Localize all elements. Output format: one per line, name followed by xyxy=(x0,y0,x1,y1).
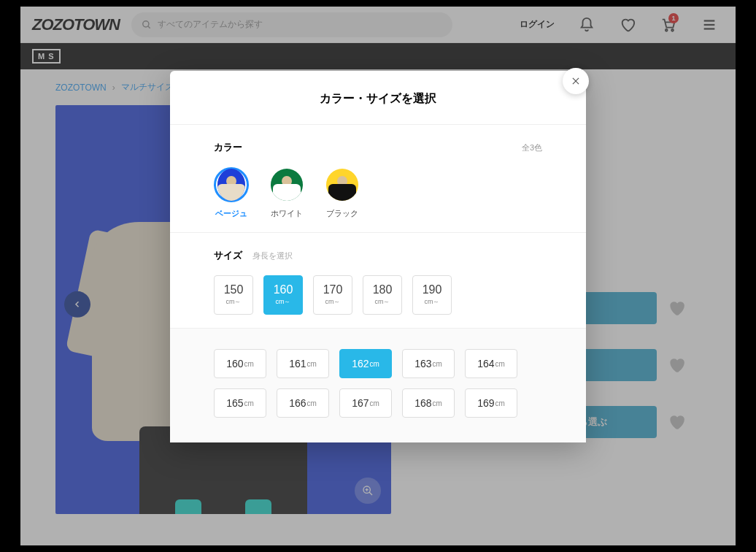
size-option-164[interactable]: 164cm xyxy=(465,349,517,378)
size-option-167[interactable]: 167cm xyxy=(339,388,392,418)
modal-title: カラー・サイズを選択 xyxy=(170,71,586,125)
close-icon xyxy=(571,76,581,86)
size-section-label: サイズ xyxy=(214,249,242,262)
color-option-label: ブラック xyxy=(326,208,358,219)
color-option-white[interactable]: ホワイト xyxy=(269,167,304,219)
height-range-160[interactable]: 160cm～ xyxy=(263,275,303,315)
device-frame: ZOZOTOWN すべてのアイテムから探す ログイン 1 M S ZOZOTOW… xyxy=(0,0,756,552)
size-option-165[interactable]: 165cm xyxy=(214,388,266,418)
color-section-label: カラー xyxy=(214,141,242,154)
height-range-170[interactable]: 170cm～ xyxy=(313,275,352,315)
height-range-190[interactable]: 190cm～ xyxy=(412,275,452,315)
color-option-black[interactable]: ブラック xyxy=(325,167,360,219)
size-option-162[interactable]: 162cm xyxy=(339,349,392,378)
size-option-169[interactable]: 169cm xyxy=(465,388,517,418)
color-count-label: 全3色 xyxy=(522,142,542,153)
size-option-163[interactable]: 163cm xyxy=(402,349,455,378)
height-range-180[interactable]: 180cm～ xyxy=(363,275,402,315)
modal-scrim[interactable]: カラー・サイズを選択 カラー 全3色 ベージュホワイトブラック サイズ 身長を選… xyxy=(20,7,736,545)
height-range-150[interactable]: 150cm～ xyxy=(214,275,253,315)
color-size-modal: カラー・サイズを選択 カラー 全3色 ベージュホワイトブラック サイズ 身長を選… xyxy=(170,71,586,442)
exact-size-section: 160cm161cm162cm163cm164cm 165cm166cm167c… xyxy=(170,329,586,442)
color-section: カラー 全3色 ベージュホワイトブラック xyxy=(170,125,586,233)
color-option-label: ベージュ xyxy=(215,208,247,219)
size-hint-label: 身長を選択 xyxy=(252,250,293,261)
color-option-beige[interactable]: ベージュ xyxy=(214,167,249,219)
app-window: ZOZOTOWN すべてのアイテムから探す ログイン 1 M S ZOZOTOW… xyxy=(20,7,736,545)
size-option-161[interactable]: 161cm xyxy=(277,349,329,378)
size-section: サイズ 身長を選択 150cm～160cm～170cm～180cm～190cm～ xyxy=(170,233,586,329)
color-option-label: ホワイト xyxy=(271,208,303,219)
size-option-160[interactable]: 160cm xyxy=(214,349,266,378)
size-option-166[interactable]: 166cm xyxy=(277,388,329,418)
modal-close-button[interactable] xyxy=(563,68,589,94)
size-option-168[interactable]: 168cm xyxy=(402,388,455,418)
